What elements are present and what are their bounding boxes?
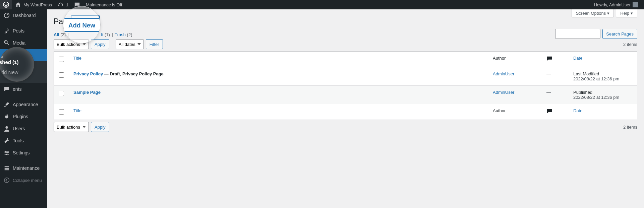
svg-point-7 [4, 178, 9, 183]
select-all-header [54, 52, 70, 67]
apply-button-bottom[interactable]: Apply [91, 122, 109, 132]
post-state: — Draft, Privacy Policy Page [103, 71, 164, 76]
site-name-label: My WordPress [23, 2, 52, 7]
items-count-bottom: 2 items [623, 125, 637, 130]
brush-icon [3, 101, 10, 108]
date-status: Last Modified [573, 71, 634, 76]
svg-point-4 [5, 151, 7, 152]
pages-submenu: All Pages Add New [0, 61, 47, 83]
caret-down-icon: ▾ [607, 11, 609, 16]
page-title: Pag [54, 14, 67, 27]
tablenav-bottom: Bulk actions Apply 2 items [54, 122, 637, 132]
status-filter-links: All (2) | ft (1) | Trash (2) [54, 32, 637, 37]
filter-trash-link[interactable]: Trash [115, 32, 126, 37]
search-input[interactable] [555, 29, 600, 39]
updates-link[interactable]: 1 [55, 0, 71, 9]
author-link[interactable]: AdminUser [493, 71, 514, 76]
sidebar-item-settings[interactable]: Settings [0, 147, 47, 159]
sidebar-item-media[interactable]: Media [0, 37, 47, 49]
sidebar-item-tools[interactable]: Tools [0, 135, 47, 147]
sidebar-item-posts[interactable]: Posts [0, 25, 47, 37]
screen-meta-links: Screen Options ▾ Help ▾ [572, 9, 637, 17]
sidebar-item-label: Posts [13, 28, 24, 33]
help-button[interactable]: Help ▾ [616, 9, 637, 17]
items-count-top: 2 items [623, 42, 637, 47]
sidebar-item-appearance[interactable]: Appearance [0, 98, 47, 111]
screen-options-button[interactable]: Screen Options ▾ [572, 9, 614, 17]
page-title-link[interactable]: Privacy Policy [73, 71, 103, 76]
col-author-header: Author [489, 52, 543, 67]
comments-count: — [546, 71, 551, 76]
add-new-button[interactable]: Add New [71, 15, 100, 25]
avatar [633, 2, 638, 7]
current-menu-arrow-icon [47, 52, 50, 58]
apply-button-top[interactable]: Apply [91, 39, 109, 49]
search-pages-button[interactable]: Search Pages [602, 29, 637, 39]
site-name-link[interactable]: My WordPress [12, 0, 55, 9]
howdy-label: Howdy, AdminUser [594, 2, 631, 7]
sidebar-item-plugins[interactable]: Plugins [0, 111, 47, 123]
comment-icon [74, 1, 80, 8]
filter-button[interactable]: Filter [146, 39, 163, 49]
maintenance-status[interactable]: Maintenance is Off [83, 0, 125, 9]
col-author-footer: Author [489, 104, 543, 120]
submenu-item-all-pages[interactable]: All Pages [0, 63, 47, 72]
updates-count: 1 [66, 2, 68, 7]
page-title-link[interactable]: Sample Page [73, 90, 101, 95]
select-all-checkbox-bottom[interactable] [59, 109, 64, 115]
comment-icon [546, 110, 552, 115]
separator: | [67, 32, 69, 37]
row-checkbox[interactable] [59, 72, 64, 78]
sidebar-item-label: Appearance [13, 102, 38, 107]
help-label: Help [620, 11, 629, 16]
screen-options-label: Screen Options [576, 11, 606, 16]
refresh-icon [57, 1, 64, 8]
filter-all-count: (2) [60, 32, 66, 37]
filter-trash-count: (2) [127, 32, 132, 37]
filter-draft-link[interactable]: ft [101, 32, 103, 37]
row-checkbox[interactable] [59, 91, 64, 96]
sidebar-item-label: Media [13, 40, 25, 46]
sidebar-item-label: ents [13, 86, 21, 92]
submenu-item-add-new[interactable]: Add New [0, 72, 47, 81]
my-account-link[interactable]: Howdy, AdminUser [591, 0, 641, 9]
comment-icon [3, 86, 10, 92]
sidebar-item-users[interactable]: Users [0, 123, 47, 135]
home-icon [15, 1, 21, 8]
media-icon [3, 40, 10, 46]
maintenance-icon [3, 165, 10, 171]
collapse-icon [3, 177, 10, 184]
filter-all-link[interactable]: All [54, 32, 59, 37]
collapse-menu-label: Collapse menu [13, 178, 42, 183]
admin-bar: My WordPress 1 Maintenance is Off Howdy,… [0, 0, 644, 9]
wordpress-logo-icon [3, 1, 9, 8]
col-title-sort[interactable]: Title [73, 108, 81, 113]
tablenav-top: Bulk actions Apply All dates Filter 2 it… [54, 39, 637, 49]
select-all-checkbox-top[interactable] [59, 57, 64, 62]
main-content: Screen Options ▾ Help ▾ Pag Add New Sear… [47, 9, 644, 208]
date-value: 2022/08/22 at 12:36 pm [573, 76, 634, 81]
sidebar-item-comments[interactable]: ents [0, 83, 47, 95]
dashboard-icon [3, 12, 10, 19]
svg-point-6 [6, 154, 7, 155]
comment-icon [546, 58, 552, 63]
collapse-menu-button[interactable]: Collapse menu [0, 174, 47, 186]
col-date-sort[interactable]: Date [573, 108, 582, 113]
sidebar-item-dashboard[interactable]: Dashboard [0, 9, 47, 21]
sidebar-item-maintenance[interactable]: Maintenance [0, 162, 47, 174]
sidebar-item-pages[interactable]: Pages [0, 49, 47, 61]
search-pages-form: Search Pages [555, 29, 637, 39]
wp-logo-menu[interactable] [0, 0, 12, 9]
comments-link[interactable] [71, 0, 83, 9]
col-comments-header [543, 52, 570, 67]
date-filter-select[interactable]: All dates [116, 39, 144, 49]
col-date-sort[interactable]: Date [573, 56, 582, 61]
bulk-action-select-top[interactable]: Bulk actions [54, 39, 89, 49]
col-title-sort[interactable]: Title [73, 56, 81, 61]
date-value: 2022/08/22 at 12:36 pm [573, 95, 634, 100]
sidebar-item-label: Users [13, 126, 25, 131]
author-link[interactable]: AdminUser [493, 90, 514, 95]
bulk-action-select-bottom[interactable]: Bulk actions [54, 122, 89, 132]
sidebar-item-label: Tools [13, 138, 24, 143]
sidebar-item-label: Plugins [13, 114, 28, 119]
